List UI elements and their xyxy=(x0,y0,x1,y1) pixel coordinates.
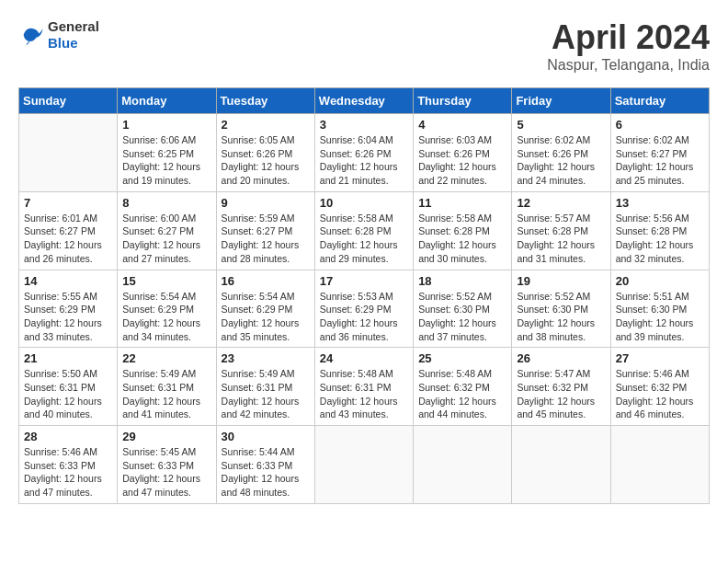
calendar-cell: 15Sunrise: 5:54 AMSunset: 6:29 PMDayligh… xyxy=(118,270,216,348)
day-number: 12 xyxy=(517,196,605,210)
calendar-cell xyxy=(19,114,118,192)
day-info: Sunrise: 5:56 AMSunset: 6:28 PMDaylight:… xyxy=(616,212,704,266)
calendar-cell: 17Sunrise: 5:53 AMSunset: 6:29 PMDayligh… xyxy=(314,270,413,348)
day-info: Sunrise: 5:53 AMSunset: 6:29 PMDaylight:… xyxy=(320,290,408,344)
day-number: 2 xyxy=(222,118,310,132)
day-number: 28 xyxy=(24,430,112,443)
logo-general: General xyxy=(48,18,99,35)
calendar-cell: 30Sunrise: 5:44 AMSunset: 6:33 PMDayligh… xyxy=(216,426,314,504)
col-header-sunday: Sunday xyxy=(19,88,118,114)
day-number: 29 xyxy=(122,430,210,443)
title-block: April 2024 Naspur, Telangana, India xyxy=(547,18,710,74)
day-info: Sunrise: 5:55 AMSunset: 6:29 PMDaylight:… xyxy=(24,290,112,344)
calendar-cell: 7Sunrise: 6:01 AMSunset: 6:27 PMDaylight… xyxy=(19,191,118,270)
day-number: 23 xyxy=(222,351,310,365)
day-number: 3 xyxy=(320,118,408,132)
col-header-monday: Monday xyxy=(118,88,216,114)
logo-bird-icon xyxy=(18,22,44,48)
day-info: Sunrise: 5:48 AMSunset: 6:31 PMDaylight:… xyxy=(320,367,408,421)
day-info: Sunrise: 5:54 AMSunset: 6:29 PMDaylight:… xyxy=(222,290,310,344)
calendar-cell: 1Sunrise: 6:06 AMSunset: 6:25 PMDaylight… xyxy=(118,114,216,192)
day-number: 4 xyxy=(418,118,506,132)
calendar-week-1: 1Sunrise: 6:06 AMSunset: 6:25 PMDaylight… xyxy=(19,114,710,192)
day-number: 14 xyxy=(24,274,112,288)
calendar-week-2: 7Sunrise: 6:01 AMSunset: 6:27 PMDaylight… xyxy=(19,191,710,270)
calendar-cell: 12Sunrise: 5:57 AMSunset: 6:28 PMDayligh… xyxy=(512,191,610,270)
calendar-cell: 20Sunrise: 5:51 AMSunset: 6:30 PMDayligh… xyxy=(610,270,709,348)
day-number: 20 xyxy=(616,274,704,288)
day-number: 17 xyxy=(320,274,408,288)
calendar-cell: 26Sunrise: 5:47 AMSunset: 6:32 PMDayligh… xyxy=(512,348,610,426)
calendar-week-4: 21Sunrise: 5:50 AMSunset: 6:31 PMDayligh… xyxy=(19,348,710,426)
calendar-cell: 28Sunrise: 5:46 AMSunset: 6:33 PMDayligh… xyxy=(19,426,118,504)
col-header-friday: Friday xyxy=(512,88,610,114)
day-number: 1 xyxy=(122,118,210,132)
day-info: Sunrise: 5:58 AMSunset: 6:28 PMDaylight:… xyxy=(418,212,506,266)
day-info: Sunrise: 5:59 AMSunset: 6:27 PMDaylight:… xyxy=(222,212,310,266)
day-number: 16 xyxy=(222,274,310,288)
day-number: 6 xyxy=(616,118,704,132)
day-info: Sunrise: 5:54 AMSunset: 6:29 PMDaylight:… xyxy=(122,290,210,344)
calendar-cell: 21Sunrise: 5:50 AMSunset: 6:31 PMDayligh… xyxy=(19,348,118,426)
day-number: 5 xyxy=(517,118,605,132)
calendar-cell: 16Sunrise: 5:54 AMSunset: 6:29 PMDayligh… xyxy=(216,270,314,348)
day-info: Sunrise: 6:05 AMSunset: 6:26 PMDaylight:… xyxy=(222,133,310,188)
day-info: Sunrise: 6:04 AMSunset: 6:26 PMDaylight:… xyxy=(320,133,408,188)
day-info: Sunrise: 5:46 AMSunset: 6:33 PMDaylight:… xyxy=(24,445,112,500)
day-number: 18 xyxy=(418,274,506,288)
logo-text: General Blue xyxy=(48,18,99,52)
col-header-tuesday: Tuesday xyxy=(216,88,314,114)
day-info: Sunrise: 5:57 AMSunset: 6:28 PMDaylight:… xyxy=(517,212,605,266)
month-title: April 2024 xyxy=(547,18,710,57)
day-number: 25 xyxy=(418,351,506,365)
day-number: 26 xyxy=(517,351,605,365)
logo: General Blue xyxy=(18,18,99,52)
day-number: 13 xyxy=(616,196,704,210)
calendar-cell xyxy=(414,426,512,504)
day-info: Sunrise: 6:02 AMSunset: 6:26 PMDaylight:… xyxy=(517,133,605,188)
calendar-cell: 5Sunrise: 6:02 AMSunset: 6:26 PMDaylight… xyxy=(512,114,610,192)
day-number: 19 xyxy=(517,274,605,288)
day-info: Sunrise: 6:06 AMSunset: 6:25 PMDaylight:… xyxy=(122,133,210,188)
calendar-cell: 22Sunrise: 5:49 AMSunset: 6:31 PMDayligh… xyxy=(118,348,216,426)
day-number: 27 xyxy=(616,351,704,365)
day-number: 7 xyxy=(24,196,112,210)
calendar-week-5: 28Sunrise: 5:46 AMSunset: 6:33 PMDayligh… xyxy=(19,426,710,504)
calendar-cell: 8Sunrise: 6:00 AMSunset: 6:27 PMDaylight… xyxy=(118,191,216,270)
day-info: Sunrise: 5:45 AMSunset: 6:33 PMDaylight:… xyxy=(122,445,210,500)
day-number: 11 xyxy=(418,196,506,210)
calendar-cell: 6Sunrise: 6:02 AMSunset: 6:27 PMDaylight… xyxy=(610,114,709,192)
col-header-thursday: Thursday xyxy=(414,88,512,114)
day-info: Sunrise: 6:01 AMSunset: 6:27 PMDaylight:… xyxy=(24,212,112,266)
calendar-cell: 19Sunrise: 5:52 AMSunset: 6:30 PMDayligh… xyxy=(512,270,610,348)
day-info: Sunrise: 6:02 AMSunset: 6:27 PMDaylight:… xyxy=(616,133,704,188)
calendar-cell xyxy=(512,426,610,504)
calendar-cell xyxy=(610,426,709,504)
day-info: Sunrise: 5:50 AMSunset: 6:31 PMDaylight:… xyxy=(24,367,112,421)
calendar-table: SundayMondayTuesdayWednesdayThursdayFrid… xyxy=(18,87,710,504)
logo-blue: Blue xyxy=(48,35,99,52)
day-info: Sunrise: 5:52 AMSunset: 6:30 PMDaylight:… xyxy=(517,290,605,344)
day-info: Sunrise: 6:03 AMSunset: 6:26 PMDaylight:… xyxy=(418,133,506,188)
day-number: 10 xyxy=(320,196,408,210)
calendar-cell: 29Sunrise: 5:45 AMSunset: 6:33 PMDayligh… xyxy=(118,426,216,504)
col-header-wednesday: Wednesday xyxy=(314,88,413,114)
calendar-cell: 9Sunrise: 5:59 AMSunset: 6:27 PMDaylight… xyxy=(216,191,314,270)
day-info: Sunrise: 5:49 AMSunset: 6:31 PMDaylight:… xyxy=(122,367,210,421)
page-header: General Blue April 2024 Naspur, Telangan… xyxy=(18,18,710,74)
day-number: 15 xyxy=(122,274,210,288)
calendar-cell: 2Sunrise: 6:05 AMSunset: 6:26 PMDaylight… xyxy=(216,114,314,192)
col-header-saturday: Saturday xyxy=(610,88,709,114)
calendar-cell: 25Sunrise: 5:48 AMSunset: 6:32 PMDayligh… xyxy=(414,348,512,426)
calendar-week-3: 14Sunrise: 5:55 AMSunset: 6:29 PMDayligh… xyxy=(19,270,710,348)
day-info: Sunrise: 5:51 AMSunset: 6:30 PMDaylight:… xyxy=(616,290,704,344)
day-info: Sunrise: 5:52 AMSunset: 6:30 PMDaylight:… xyxy=(418,290,506,344)
day-number: 22 xyxy=(122,351,210,365)
calendar-cell: 18Sunrise: 5:52 AMSunset: 6:30 PMDayligh… xyxy=(414,270,512,348)
day-info: Sunrise: 5:46 AMSunset: 6:32 PMDaylight:… xyxy=(616,367,704,421)
day-number: 21 xyxy=(24,351,112,365)
day-number: 24 xyxy=(320,351,408,365)
day-info: Sunrise: 5:58 AMSunset: 6:28 PMDaylight:… xyxy=(320,212,408,266)
calendar-cell: 3Sunrise: 6:04 AMSunset: 6:26 PMDaylight… xyxy=(314,114,413,192)
calendar-cell: 10Sunrise: 5:58 AMSunset: 6:28 PMDayligh… xyxy=(314,191,413,270)
